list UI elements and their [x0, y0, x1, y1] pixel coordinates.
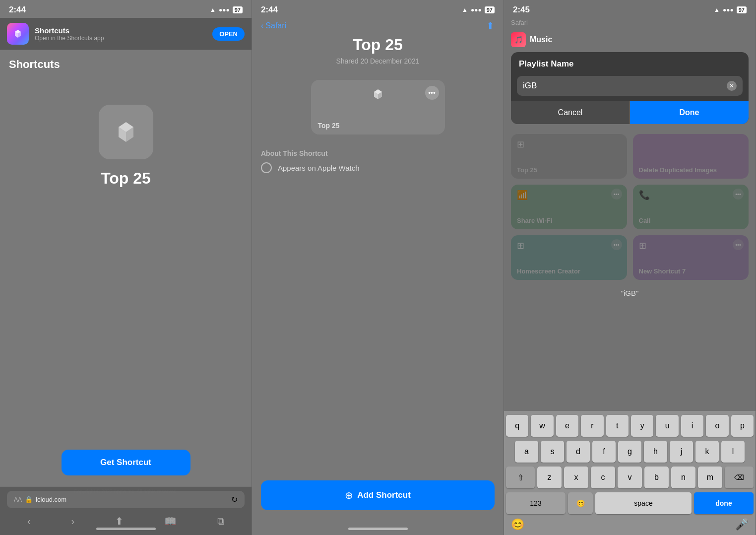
add-shortcut-button[interactable]: ⊕ Add Shortcut — [261, 480, 495, 510]
grid-layers-icon: ⊞ — [517, 139, 524, 150]
time-3: 2:45 — [513, 5, 530, 15]
battery-2: 97 — [485, 6, 495, 13]
kb-emoji-mic-row: 😊 🎤 — [506, 516, 754, 532]
grid-item-top25: ⊞ Top 25 — [511, 134, 627, 179]
shortcuts-grid: ⊞ Top 25 Delete Duplicated Images 📶 ••• … — [504, 128, 756, 286]
grid-name-homescreen: Homescreen Creator — [517, 268, 621, 275]
thumb-more-icon[interactable]: ••• — [425, 86, 439, 100]
grid-phone-icon: 📞 — [639, 190, 650, 201]
status-bar-2: 2:44 ▲ ●●● 97 — [252, 0, 504, 18]
grid-item-delete-dup: Delete Duplicated Images — [633, 134, 749, 179]
add-shortcut-label: Add Shortcut — [357, 490, 411, 500]
thumb-layers-icon — [371, 87, 385, 105]
key-f[interactable]: f — [592, 441, 616, 463]
forward-icon[interactable]: › — [67, 514, 79, 529]
battery-3: 97 — [737, 6, 747, 13]
key-h[interactable]: h — [644, 441, 667, 463]
key-z[interactable]: z — [537, 467, 562, 488]
playlist-cancel-button[interactable]: Cancel — [511, 101, 630, 124]
key-g[interactable]: g — [618, 441, 641, 463]
get-shortcut-button[interactable]: Get Shortcut — [62, 450, 190, 475]
grid-item-wifi: 📶 ••• Share Wi-Fi — [511, 185, 627, 229]
key-q[interactable]: q — [506, 415, 528, 437]
back-icon[interactable]: ‹ — [23, 514, 35, 529]
grid-more-icon-call: ••• — [733, 189, 744, 200]
status-icons-1: ▲ ●●● 97 — [210, 6, 243, 13]
key-123[interactable]: 123 — [506, 492, 566, 514]
safari-addr-left: AA 🔒 icloud.com — [14, 496, 66, 503]
key-a[interactable]: a — [515, 441, 538, 463]
clear-input-btn[interactable]: ✕ — [727, 81, 737, 91]
status-bar-1: 2:44 ▲ ●●● 97 — [0, 0, 252, 18]
panel3-back-label[interactable]: Safari — [511, 19, 528, 26]
keyboard-row-1: q w e r t y u i o p — [506, 415, 754, 437]
key-e[interactable]: e — [556, 415, 578, 437]
key-w[interactable]: w — [531, 415, 553, 437]
share-btn[interactable]: ⬆ — [486, 20, 495, 32]
key-y[interactable]: y — [631, 415, 653, 437]
music-label: Music — [530, 35, 552, 44]
key-done[interactable]: done — [694, 492, 754, 514]
key-k[interactable]: k — [695, 441, 719, 463]
key-b[interactable]: b — [644, 467, 669, 488]
grid-wifi-icon: 📶 — [517, 190, 528, 201]
playlist-input-row[interactable]: iGB ✕ — [517, 76, 743, 96]
time-2: 2:44 — [261, 5, 278, 15]
key-o[interactable]: o — [706, 415, 728, 437]
shortcut-main-title: Top 25 — [252, 36, 504, 54]
key-c[interactable]: c — [591, 467, 615, 488]
signal-icon-1: ●●● — [219, 6, 230, 13]
safari-aa[interactable]: AA — [14, 496, 22, 503]
grid-more-icon-new: ••• — [733, 239, 744, 250]
key-u[interactable]: u — [656, 415, 678, 437]
dialog-title: Playlist Name — [511, 52, 749, 72]
grid-name-delete-dup: Delete Duplicated Images — [639, 166, 743, 174]
share-icon[interactable]: ⬆ — [111, 513, 127, 529]
emoji-btn[interactable]: 😊 — [511, 518, 524, 531]
back-safari-btn[interactable]: ‹ Safari — [261, 21, 286, 30]
mic-btn[interactable]: 🎤 — [735, 518, 749, 531]
shortcut-card: Top 25 — [0, 75, 252, 207]
key-s[interactable]: s — [541, 441, 564, 463]
grid-name-call: Call — [639, 217, 743, 224]
key-shift[interactable]: ⇧ — [506, 467, 535, 488]
refresh-icon[interactable]: ↻ — [231, 495, 238, 504]
open-button[interactable]: OPEN — [212, 27, 245, 41]
key-m[interactable]: m — [698, 467, 722, 488]
key-x[interactable]: x — [564, 467, 588, 488]
shortcuts-app-icon — [7, 23, 29, 45]
panel-3-playlist: 2:45 ▲ ●●● 97 Safari 🎵 Music Playlist Na… — [504, 0, 756, 535]
panel-2-add-shortcut: 2:44 ▲ ●●● 97 ‹ Safari ⬆ Top 25 Shared 2… — [252, 0, 504, 535]
key-emoji[interactable]: 😊 — [568, 492, 593, 514]
playlist-input-value: iGB — [523, 81, 537, 91]
lock-icon: 🔒 — [25, 496, 33, 503]
key-t[interactable]: t — [606, 415, 629, 437]
shortcut-thumbnail: ••• Top 25 — [311, 80, 445, 134]
tabs-icon[interactable]: ⧉ — [213, 514, 228, 529]
key-n[interactable]: n — [671, 467, 695, 488]
keyboard: q w e r t y u i o p a s d f g h j k l ⇧ … — [504, 411, 756, 535]
status-bar-3: 2:45 ▲ ●●● 97 — [504, 0, 756, 18]
home-indicator-1 — [96, 528, 156, 530]
key-j[interactable]: j — [670, 441, 693, 463]
signal-icon-3: ●●● — [723, 6, 734, 13]
key-space[interactable]: space — [595, 492, 692, 514]
watch-check[interactable] — [261, 162, 272, 173]
key-l[interactable]: l — [721, 441, 745, 463]
status-icons-3: ▲ ●●● 97 — [714, 6, 747, 13]
safari-address-bar[interactable]: AA 🔒 icloud.com ↻ — [7, 491, 245, 508]
shortcuts-app-title: Shortcuts — [35, 26, 206, 35]
key-delete[interactable]: ⌫ — [725, 467, 754, 488]
key-p[interactable]: p — [731, 415, 754, 437]
wifi-icon-3: ▲ — [714, 6, 720, 13]
bookmarks-icon[interactable]: 📖 — [160, 513, 181, 529]
key-d[interactable]: d — [567, 441, 590, 463]
about-title: About This Shortcut — [261, 149, 495, 157]
shared-date: Shared 20 December 2021 — [252, 57, 504, 65]
key-v[interactable]: v — [618, 467, 642, 488]
wifi-icon-2: ▲ — [462, 6, 468, 13]
battery-1: 97 — [233, 6, 243, 13]
key-i[interactable]: i — [681, 415, 703, 437]
playlist-done-button[interactable]: Done — [630, 101, 749, 124]
key-r[interactable]: r — [581, 415, 603, 437]
